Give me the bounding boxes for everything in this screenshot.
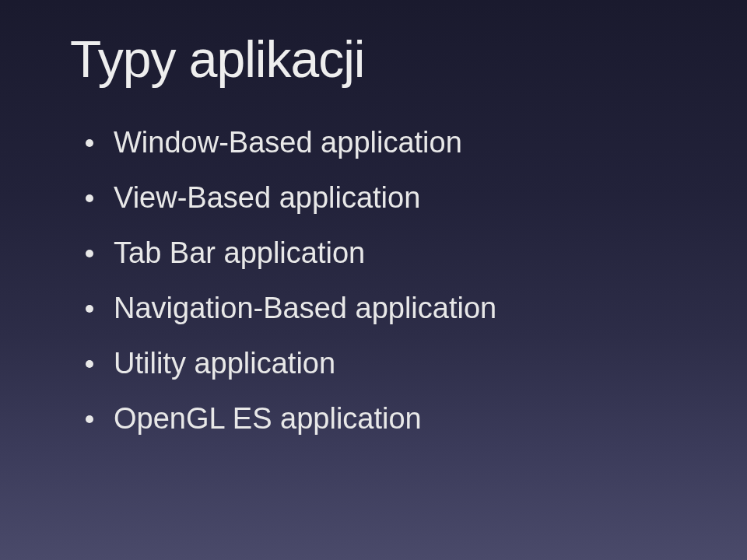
bullet-text: View-Based application — [114, 181, 420, 215]
bullet-text: Tab Bar application — [114, 236, 365, 270]
bullet-icon — [86, 194, 93, 202]
bullet-list: Window-Based application View-Based appl… — [70, 126, 677, 436]
slide-title: Typy aplikacji — [70, 30, 677, 89]
bullet-icon — [86, 139, 93, 147]
bullet-icon — [86, 250, 93, 257]
bullet-icon — [86, 305, 93, 313]
list-item: View-Based application — [86, 181, 677, 215]
list-item: Tab Bar application — [86, 236, 677, 270]
slide-container: Typy aplikacji Window-Based application … — [0, 0, 747, 560]
bullet-icon — [86, 415, 93, 423]
list-item: Utility application — [86, 347, 677, 380]
bullet-text: OpenGL ES application — [114, 402, 422, 436]
list-item: OpenGL ES application — [86, 402, 677, 436]
bullet-text: Navigation-Based application — [114, 292, 496, 325]
bullet-text: Window-Based application — [114, 126, 462, 159]
list-item: Window-Based application — [86, 126, 677, 159]
bullet-icon — [86, 360, 93, 368]
list-item: Navigation-Based application — [86, 292, 677, 325]
bullet-text: Utility application — [114, 347, 335, 380]
